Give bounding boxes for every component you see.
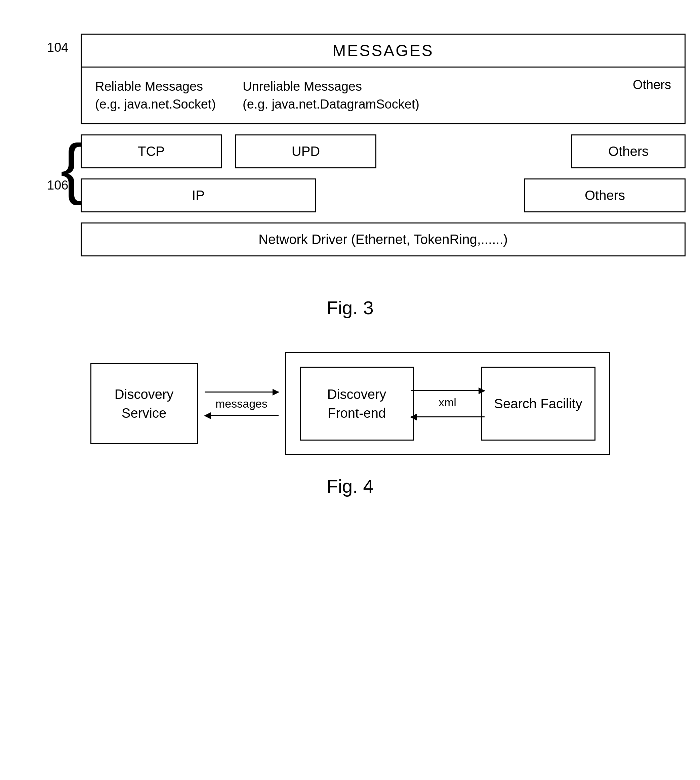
discovery-frontend-box: Discovery Front-end [300,367,414,441]
fig3-caption: Fig. 3 [47,297,653,318]
label-104: 104 [47,40,68,55]
layers-inner: TCP UPD Others IP Others Network Driver … [81,124,685,277]
unreliable-messages-line2: (e.g. java.net.DatagramSocket) [243,95,419,113]
xml-arrow-label: xml [438,396,457,409]
others1-box: Others [571,135,685,168]
messages-col2: Unreliable Messages (e.g. java.net.Datag… [243,78,419,113]
discovery-service-box: Discovery Service [90,363,198,444]
messages-col3: Others [633,78,671,92]
arrow-left-icon [205,415,278,416]
layer-row-2: IP Others [81,178,685,212]
fig4-diagram: Discovery Service messages Discovery Fro… [27,352,673,455]
tcp-box: TCP [81,135,222,168]
xml-bidirectional-arrows: xml [414,390,481,417]
discovery-service-label: Discovery Service [115,385,174,422]
fig4-caption: Fig. 4 [27,475,673,497]
xml-arrow-section: xml [414,390,481,417]
messages-col1: Reliable Messages (e.g. java.net.Socket) [95,78,216,113]
page-container: 104 MESSAGES Reliable Messages (e.g. jav… [0,0,700,780]
network-section: 106 { TCP UPD Others IP Others Network D… [81,124,685,277]
frontend-outer-box: Discovery Front-end xml Search Facility [285,352,610,455]
layer-row-1: TCP UPD Others [81,135,685,168]
discovery-frontend-label: Discovery Front-end [327,385,387,422]
fig3-section: 104 MESSAGES Reliable Messages (e.g. jav… [47,33,653,318]
messages-label-wrapper: messages [205,392,278,416]
xml-arrow-left-icon [411,417,485,417]
reliable-messages-line1: Reliable Messages [95,78,216,95]
messages-title: MESSAGES [82,35,685,68]
bidirectional-arrows: messages [205,392,278,416]
brace-icon: { [60,135,83,202]
reliable-messages-line2: (e.g. java.net.Socket) [95,95,216,113]
messages-arrow-label: messages [215,397,267,410]
arrow-right-icon [205,392,278,393]
messages-content: Reliable Messages (e.g. java.net.Socket)… [82,68,685,123]
unreliable-messages-line1: Unreliable Messages [243,78,419,95]
search-facility-label: Search Facility [494,394,582,413]
messages-arrow-section: messages [198,392,285,416]
xml-arrow-right-icon [411,390,485,391]
search-facility-box: Search Facility [481,367,595,441]
udp-box: UPD [235,135,377,168]
fig4-section: Discovery Service messages Discovery Fro… [27,352,673,497]
layer-row-3: Network Driver (Ethernet, TokenRing,....… [81,222,685,257]
network-driver-box: Network Driver (Ethernet, TokenRing,....… [81,222,685,257]
messages-box: MESSAGES Reliable Messages (e.g. java.ne… [81,33,685,124]
others2-box: Others [524,178,685,212]
ip-box: IP [81,178,316,212]
